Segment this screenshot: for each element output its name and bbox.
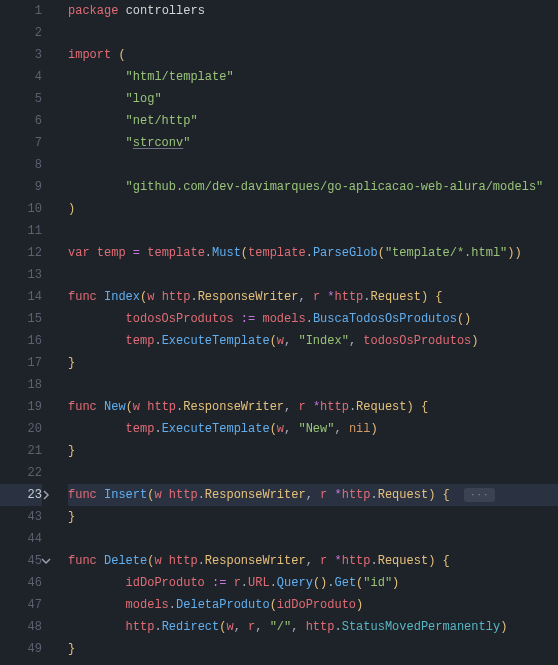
line-number: 3	[0, 44, 42, 66]
line-number: 9	[0, 176, 42, 198]
line-number: 14	[0, 286, 42, 308]
line-number: 1	[0, 0, 42, 22]
code-line: "log"	[68, 88, 558, 110]
line-number-gutter: 1 2 3 4 5 6 7 8 9 10 11 12 13 14 15 16 1…	[0, 0, 50, 660]
code-line	[68, 22, 558, 44]
line-number: 10	[0, 198, 42, 220]
code-line: "github.com/dev-davimarques/go-aplicacao…	[68, 176, 558, 198]
code-line: func Delete(w http.ResponseWriter, r *ht…	[68, 550, 558, 572]
code-line	[68, 374, 558, 396]
line-number: 11	[0, 220, 42, 242]
line-number: 18	[0, 374, 42, 396]
line-number: 16	[0, 330, 42, 352]
code-line: temp.ExecuteTemplate(w, "New", nil)	[68, 418, 558, 440]
line-number: 12	[0, 242, 42, 264]
code-line: }	[68, 506, 558, 528]
code-line: idDoProduto := r.URL.Query().Get("id")	[68, 572, 558, 594]
code-line: package controllers	[68, 0, 558, 22]
line-number: 43	[0, 506, 42, 528]
code-line: }	[68, 638, 558, 660]
code-line	[68, 154, 558, 176]
line-number: 8	[0, 154, 42, 176]
line-number: 19	[0, 396, 42, 418]
line-number: 47	[0, 594, 42, 616]
line-number: 21	[0, 440, 42, 462]
line-number: 22	[0, 462, 42, 484]
line-number: 20	[0, 418, 42, 440]
code-editor: 1 2 3 4 5 6 7 8 9 10 11 12 13 14 15 16 1…	[0, 0, 558, 660]
code-line: func New(w http.ResponseWriter, r *http.…	[68, 396, 558, 418]
code-line	[68, 264, 558, 286]
code-line: "html/template"	[68, 66, 558, 88]
code-line: http.Redirect(w, r, "/", http.StatusMove…	[68, 616, 558, 638]
line-number: 4	[0, 66, 42, 88]
line-number: 49	[0, 638, 42, 660]
code-line: func Insert(w http.ResponseWriter, r *ht…	[68, 484, 558, 506]
line-number: 5	[0, 88, 42, 110]
code-line: }	[68, 352, 558, 374]
chevron-right-icon[interactable]	[40, 484, 52, 506]
line-number: 48	[0, 616, 42, 638]
line-number: 44	[0, 528, 42, 550]
line-number: 45	[0, 550, 42, 572]
line-number: 17	[0, 352, 42, 374]
code-line	[68, 528, 558, 550]
code-area[interactable]: package controllers import ( "html/templ…	[50, 0, 558, 660]
code-line: "net/http"	[68, 110, 558, 132]
line-number: 15	[0, 308, 42, 330]
code-line: )	[68, 198, 558, 220]
code-line: "strconv"	[68, 132, 558, 154]
line-number: 23	[0, 484, 42, 506]
line-number: 46	[0, 572, 42, 594]
code-line: }	[68, 440, 558, 462]
line-number: 13	[0, 264, 42, 286]
line-number: 6	[0, 110, 42, 132]
code-line: models.DeletaProduto(idDoProduto)	[68, 594, 558, 616]
code-line: todosOsProdutos := models.BuscaTodosOsPr…	[68, 308, 558, 330]
code-line: var temp = template.Must(template.ParseG…	[68, 242, 558, 264]
line-number: 2	[0, 22, 42, 44]
code-line: func Index(w http.ResponseWriter, r *htt…	[68, 286, 558, 308]
chevron-down-icon[interactable]	[40, 550, 52, 572]
code-line: import (	[68, 44, 558, 66]
code-line	[68, 462, 558, 484]
folded-code-pill[interactable]: ···	[464, 488, 495, 502]
code-line: temp.ExecuteTemplate(w, "Index", todosOs…	[68, 330, 558, 352]
line-number: 7	[0, 132, 42, 154]
code-line	[68, 220, 558, 242]
